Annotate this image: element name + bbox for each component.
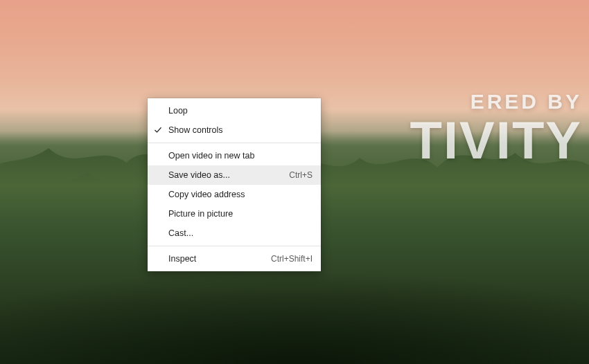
video-caption-line2: TIVITY — [410, 114, 582, 167]
menu-item-label: Show controls — [168, 125, 313, 135]
menu-item-shortcut: Ctrl+Shift+I — [271, 254, 313, 264]
menu-item-show-controls[interactable]: Show controls — [148, 120, 321, 140]
menu-item-label: Cast... — [168, 228, 313, 238]
menu-item-label: Open video in new tab — [168, 151, 313, 161]
video-caption-line1: ERED BY — [410, 90, 582, 113]
video-caption: ERED BY TIVITY — [410, 90, 582, 167]
menu-item-label: Save video as... — [168, 170, 289, 180]
menu-item-shortcut: Ctrl+S — [289, 170, 313, 180]
menu-separator — [148, 246, 321, 246]
check-icon — [154, 126, 162, 134]
menu-item-inspect[interactable]: Inspect Ctrl+Shift+I — [148, 249, 321, 269]
menu-item-label: Loop — [168, 106, 313, 116]
video-frame[interactable]: ERED BY TIVITY Loop Show controls Open v… — [0, 0, 589, 364]
menu-item-loop[interactable]: Loop — [148, 101, 321, 120]
menu-item-open-new-tab[interactable]: Open video in new tab — [148, 146, 321, 165]
menu-separator — [148, 143, 321, 143]
menu-item-save-video-as[interactable]: Save video as... Ctrl+S — [148, 165, 321, 185]
menu-item-picture-in-picture[interactable]: Picture in picture — [148, 204, 321, 224]
menu-item-cast[interactable]: Cast... — [148, 224, 321, 243]
menu-item-copy-video-address[interactable]: Copy video address — [148, 185, 321, 204]
menu-item-label: Picture in picture — [168, 209, 313, 219]
menu-item-label: Inspect — [168, 254, 271, 264]
menu-item-label: Copy video address — [168, 190, 313, 199]
video-context-menu: Loop Show controls Open video in new tab… — [148, 98, 321, 271]
